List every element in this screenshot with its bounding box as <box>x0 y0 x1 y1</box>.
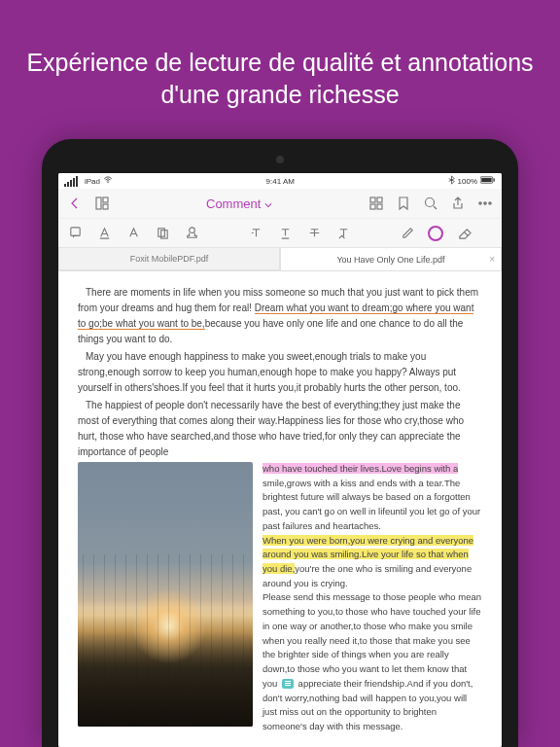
tablet-camera <box>276 156 284 163</box>
svg-rect-2 <box>481 178 491 182</box>
insert-text-tool[interactable] <box>247 225 264 242</box>
svg-point-13 <box>484 202 486 204</box>
svg-rect-7 <box>370 197 375 202</box>
strikeout-tool[interactable] <box>305 225 323 242</box>
paragraph-1: There are moments in life when you miss … <box>78 285 482 347</box>
document-image <box>78 462 253 727</box>
highlight-pink[interactable]: who have touched their lives.Love begins… <box>262 463 458 474</box>
battery-text: 100% <box>458 177 477 186</box>
search-button[interactable] <box>422 195 439 212</box>
pencil-tool[interactable] <box>399 225 416 242</box>
right-column: who have touched their lives.Love begins… <box>262 462 482 734</box>
svg-point-11 <box>426 198 435 207</box>
signal-icon <box>64 175 82 187</box>
svg-rect-10 <box>377 204 382 209</box>
svg-rect-15 <box>70 228 79 235</box>
svg-rect-5 <box>103 197 108 202</box>
carrier-label: iPad <box>85 177 100 186</box>
comment-note-icon[interactable] <box>282 679 294 689</box>
text-tool[interactable] <box>124 225 142 242</box>
more-button[interactable] <box>476 195 494 212</box>
battery-icon <box>480 176 496 186</box>
document-body[interactable]: There are moments in life when you miss … <box>58 271 502 747</box>
svg-rect-6 <box>103 204 108 209</box>
back-button[interactable] <box>66 195 84 212</box>
grid-view-button[interactable] <box>368 195 385 212</box>
tab-you-have-only-one-life[interactable]: You Have Only One Life.pdf× <box>280 247 502 270</box>
shape-tool[interactable] <box>428 226 443 241</box>
thumbnails-button[interactable] <box>93 195 111 212</box>
status-bar: iPad 9:41 AM 100% <box>58 173 502 189</box>
svg-point-14 <box>489 202 491 204</box>
document-tabs: Foxit MobilePDF.pdf You Have Only One Li… <box>58 247 502 270</box>
paragraph-2: May you have enough happiness to make yo… <box>78 349 482 396</box>
attach-tool[interactable] <box>154 225 171 242</box>
close-tab-icon[interactable]: × <box>489 254 495 265</box>
wifi-icon <box>103 175 113 187</box>
svg-point-18 <box>189 228 194 233</box>
marketing-headline: Expérience de lecture de qualité et anno… <box>0 0 560 137</box>
tab-foxit-mobilepdf[interactable]: Foxit MobilePDF.pdf <box>58 247 280 270</box>
eraser-tool[interactable] <box>455 225 472 242</box>
toolbar-title: Comment <box>121 196 358 211</box>
app-toolbar: Comment <box>58 189 502 271</box>
stamp-tool[interactable] <box>183 225 200 242</box>
bluetooth-icon <box>448 175 455 187</box>
svg-rect-3 <box>494 178 495 181</box>
svg-rect-8 <box>377 197 382 202</box>
underline-tool[interactable] <box>276 225 294 242</box>
status-time: 9:41 AM <box>266 177 295 186</box>
screen: iPad 9:41 AM 100% Comment <box>58 173 502 747</box>
svg-rect-4 <box>96 197 101 209</box>
bookmark-button[interactable] <box>395 195 412 212</box>
svg-rect-9 <box>370 204 375 209</box>
paragraph-3: The happiest of people don't necessarily… <box>78 398 482 460</box>
highlight-tool[interactable] <box>95 225 113 242</box>
svg-point-0 <box>107 182 108 183</box>
replace-text-tool[interactable] <box>334 225 352 242</box>
share-button[interactable] <box>449 195 467 212</box>
note-tool[interactable] <box>66 225 84 242</box>
svg-point-12 <box>479 202 481 204</box>
tablet-frame: iPad 9:41 AM 100% Comment <box>42 139 518 747</box>
